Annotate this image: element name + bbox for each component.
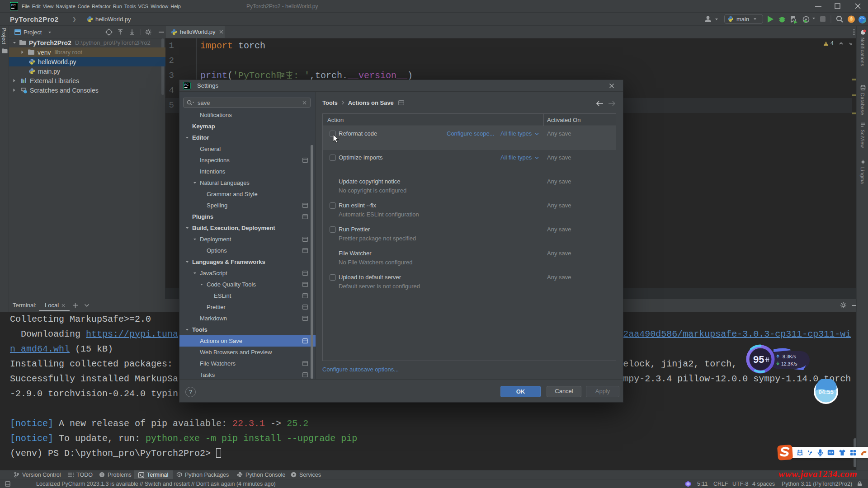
svg-text:PC: PC: [11, 4, 16, 7]
svg-text:PC: PC: [184, 83, 189, 86]
